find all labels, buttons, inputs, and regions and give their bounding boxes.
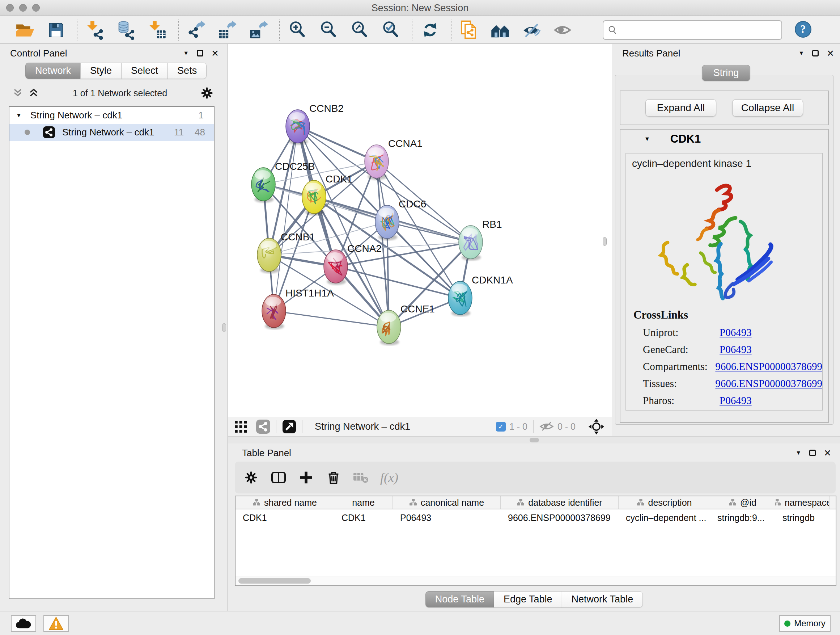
tab-string[interactable]: String bbox=[702, 65, 750, 81]
hierarchy-icon bbox=[253, 499, 261, 506]
network-canvas[interactable]: CCNB2CCNA1CDC25BCDK1CDC6RB1CCNB1CCNA2CDK… bbox=[228, 44, 612, 417]
node-CCNE1[interactable]: CCNE1 bbox=[377, 303, 435, 345]
memory-button[interactable]: Memory bbox=[779, 615, 831, 632]
node-CDKN1A[interactable]: CDKN1A bbox=[448, 274, 513, 317]
panel-float-icon[interactable] bbox=[809, 450, 816, 456]
panel-close-icon[interactable]: ✕ bbox=[827, 49, 834, 58]
node-result-header[interactable]: ▼ CDK1 bbox=[621, 130, 828, 149]
tab-network-table[interactable]: Network Table bbox=[562, 591, 643, 608]
panel-menu-icon[interactable]: ▼ bbox=[796, 450, 801, 456]
browse-networks-icon[interactable] bbox=[489, 19, 512, 41]
show-columns-icon[interactable] bbox=[270, 469, 287, 486]
delete-icon[interactable] bbox=[325, 469, 342, 486]
network-birdseye-icon[interactable] bbox=[256, 420, 270, 434]
network-row-selected[interactable]: String Network – cdk1 11 48 bbox=[9, 124, 214, 141]
crosslink-value-link[interactable]: 9606.ENSP00000378699 bbox=[715, 378, 822, 390]
panel-resize-handle[interactable] bbox=[603, 237, 607, 246]
node-result-name: CDK1 bbox=[670, 133, 701, 146]
expand-all-button[interactable]: Expand All bbox=[645, 99, 716, 117]
table-cell[interactable]: P06493 bbox=[393, 513, 501, 523]
divider-grab-handle[interactable] bbox=[530, 438, 539, 442]
selected-checkbox-icon[interactable]: ✓ bbox=[496, 422, 506, 432]
horizontal-divider[interactable] bbox=[228, 436, 840, 443]
cloud-icon[interactable] bbox=[11, 615, 36, 632]
add-column-icon[interactable] bbox=[298, 469, 314, 486]
zoom-fit-icon[interactable] bbox=[349, 19, 371, 41]
panel-close-icon[interactable]: ✕ bbox=[824, 448, 831, 458]
scrollbar-thumb[interactable] bbox=[238, 578, 311, 584]
table-cell[interactable]: 9606.ENSP00000378699 bbox=[501, 513, 619, 523]
import-string-network-icon[interactable] bbox=[458, 19, 480, 41]
collapse-triangle-icon[interactable]: ▼ bbox=[16, 112, 22, 119]
node-CCNB2[interactable]: CCNB2 bbox=[286, 103, 344, 145]
node-CDC6[interactable]: CDC6 bbox=[375, 198, 426, 241]
column-header--id[interactable]: @id bbox=[710, 496, 775, 509]
panel-float-icon[interactable] bbox=[197, 50, 203, 57]
collapse-all-icon[interactable] bbox=[12, 88, 23, 98]
table-cell[interactable]: cyclin–dependent ... bbox=[619, 513, 710, 523]
hide-glass-effect-icon[interactable] bbox=[520, 19, 543, 41]
import-table-file-icon[interactable] bbox=[146, 19, 169, 41]
detach-view-icon[interactable] bbox=[282, 420, 296, 434]
panel-close-icon[interactable]: ✕ bbox=[211, 49, 219, 58]
warning-icon[interactable] bbox=[43, 615, 69, 632]
zoom-out-icon[interactable] bbox=[317, 19, 340, 41]
fit-selected-crosshair-icon[interactable] bbox=[589, 419, 604, 434]
export-table-icon[interactable] bbox=[216, 19, 239, 41]
panel-float-icon[interactable] bbox=[812, 50, 819, 57]
tab-select[interactable]: Select bbox=[121, 63, 168, 79]
node-RB1[interactable]: RB1 bbox=[459, 219, 502, 261]
crosslink-value-link[interactable]: P06493 bbox=[720, 344, 752, 356]
zoom-selected-icon[interactable] bbox=[380, 19, 402, 41]
maximize-window-icon[interactable] bbox=[32, 4, 40, 11]
column-header-database-identifier[interactable]: database identifier bbox=[501, 496, 619, 509]
table-horizontal-scrollbar[interactable] bbox=[235, 576, 836, 585]
export-network-icon[interactable] bbox=[185, 19, 208, 41]
panel-menu-icon[interactable]: ▼ bbox=[798, 50, 804, 56]
tab-node-table[interactable]: Node Table bbox=[425, 591, 494, 608]
tab-network[interactable]: Network bbox=[25, 63, 81, 79]
save-session-icon[interactable] bbox=[45, 19, 67, 41]
node-label: CCNB1 bbox=[281, 231, 315, 242]
table-cell[interactable]: stringdb:9... bbox=[710, 513, 775, 523]
network-collection-row[interactable]: ▼ String Network – cdk1 1 bbox=[9, 107, 214, 124]
tab-style[interactable]: Style bbox=[80, 63, 122, 79]
import-network-database-icon[interactable] bbox=[115, 19, 137, 41]
column-header-description[interactable]: description bbox=[619, 496, 710, 509]
export-image-icon[interactable] bbox=[248, 19, 270, 41]
network-view-toolbar: String Network – cdk1 ✓ 1 - 0 0 - 0 bbox=[228, 417, 612, 436]
crosslink-value-link[interactable]: 9606.ENSP00000378699 bbox=[715, 361, 822, 372]
table-cell[interactable]: CDK1 bbox=[334, 513, 393, 523]
network-view: CCNB2CCNA1CDC25BCDK1CDC6RB1CCNB1CCNA2CDK… bbox=[228, 44, 612, 436]
import-network-file-icon[interactable] bbox=[84, 19, 106, 41]
panel-menu-icon[interactable]: ▼ bbox=[183, 50, 189, 56]
open-session-icon[interactable] bbox=[14, 19, 36, 41]
panel-resize-handle[interactable] bbox=[222, 323, 226, 332]
tab-sets[interactable]: Sets bbox=[167, 63, 207, 79]
column-header-canonical-name[interactable]: canonical name bbox=[393, 496, 501, 509]
node-CCNA1[interactable]: CCNA1 bbox=[365, 138, 423, 180]
show-glass-effect-icon[interactable] bbox=[551, 19, 574, 41]
table-row[interactable]: CDK1CDK1P064939606.ENSP00000378699cyclin… bbox=[235, 509, 836, 526]
expand-all-icon[interactable] bbox=[28, 88, 39, 98]
collapse-triangle-icon[interactable]: ▼ bbox=[644, 136, 650, 142]
tab-edge-table[interactable]: Edge Table bbox=[494, 591, 562, 608]
search-input[interactable] bbox=[620, 22, 782, 38]
close-window-icon[interactable] bbox=[6, 4, 14, 11]
help-icon[interactable]: ? bbox=[794, 21, 812, 39]
zoom-in-icon[interactable] bbox=[286, 19, 309, 41]
column-header-shared-name[interactable]: shared name bbox=[235, 496, 334, 509]
edge-count: 48 bbox=[195, 127, 205, 138]
table-settings-gear-icon[interactable] bbox=[243, 469, 259, 486]
table-cell[interactable]: stringdb bbox=[775, 513, 829, 523]
refresh-view-icon[interactable] bbox=[419, 19, 441, 41]
crosslink-value-link[interactable]: P06493 bbox=[720, 326, 752, 339]
minimize-window-icon[interactable] bbox=[19, 4, 27, 11]
grid-view-icon[interactable] bbox=[235, 421, 247, 432]
column-header-namespace[interactable]: namespace bbox=[775, 496, 829, 509]
column-header-name[interactable]: name bbox=[334, 496, 393, 509]
crosslink-value-link[interactable]: P06493 bbox=[720, 394, 752, 407]
table-cell[interactable]: CDK1 bbox=[235, 513, 334, 523]
gear-icon[interactable] bbox=[201, 87, 213, 99]
collapse-all-button[interactable]: Collapse All bbox=[732, 99, 803, 117]
